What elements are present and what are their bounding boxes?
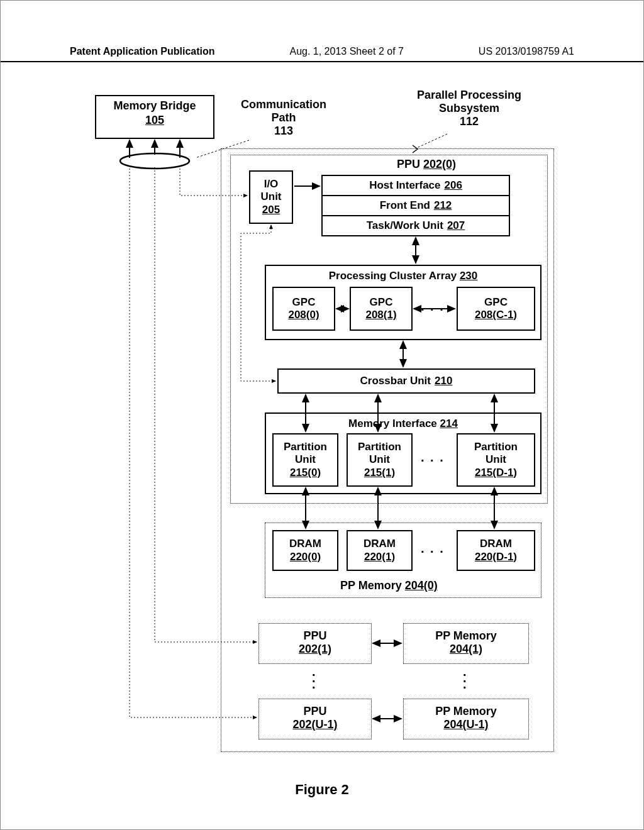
part0-t2: Unit (295, 453, 316, 466)
dram0-box: DRAM 220(0) (272, 530, 338, 571)
gpcC-ref: 208(C-1) (475, 309, 517, 321)
part0-box: Partition Unit 215(0) (272, 433, 338, 487)
ppu0-label: PPU 202(0) (397, 158, 456, 171)
dram1-box: DRAM 220(1) (347, 530, 413, 571)
gpc0-ref: 208(0) (288, 309, 319, 321)
page-header: Patent Application Publication Aug. 1, 2… (1, 46, 643, 62)
part0-ref: 215(0) (290, 467, 321, 479)
pp-mem0-label: PP Memory 204(0) (340, 579, 438, 592)
ppu1-text: PPU (303, 629, 326, 642)
svg-line-5 (416, 134, 447, 148)
comm-path-ref: 113 (274, 124, 293, 137)
front-end-box: Front End 212 (321, 195, 510, 216)
io-unit-t1: I/O (264, 178, 279, 191)
header-mid: Aug. 1, 2013 Sheet 2 of 7 (289, 46, 403, 57)
front-end-text: Front End (380, 199, 430, 212)
pp-memU-text: PP Memory (435, 705, 497, 717)
crossbar-ref: 210 (435, 375, 452, 387)
ppu1-label: PPU 202(1) (258, 629, 372, 656)
gpc1-box: GPC 208(1) (350, 287, 413, 331)
dram1-t: DRAM (364, 538, 396, 550)
crossbar-text: Crossbar Unit (360, 375, 431, 387)
pca-ref: 230 (460, 270, 477, 282)
crossbar-box: Crossbar Unit 210 (277, 368, 535, 394)
ppu-vdots: ... (312, 668, 316, 687)
dramD-ref: 220(D-1) (475, 551, 517, 563)
dramD-t: DRAM (480, 538, 512, 550)
comm-path-label: Communication Path 113 (230, 98, 337, 138)
page: Patent Application Publication Aug. 1, 2… (0, 0, 644, 830)
pp-memU-label: PP Memory 204(U-1) (403, 705, 529, 731)
part-ellipsis: · · · (421, 453, 445, 468)
part1-t2: Unit (369, 453, 390, 466)
ppu1-ref: 202(1) (299, 643, 331, 655)
front-end-ref: 212 (434, 199, 452, 212)
gpc0-t: GPC (292, 296, 316, 309)
pp-mem0-text: PP Memory (340, 579, 402, 592)
memory-bridge-label: Memory Bridge (113, 99, 196, 112)
pp-mem1-text: PP Memory (435, 629, 497, 642)
comm-path-text2: Path (271, 111, 296, 124)
dramD-box: DRAM 220(D-1) (457, 530, 535, 571)
diagram-canvas: Memory Bridge 105 Communication Path 113… (82, 95, 560, 774)
gpcC-box: GPC 208(C-1) (457, 287, 535, 331)
mem-if-title: Memory Interface 214 (348, 418, 458, 430)
partD-ref: 215(D-1) (475, 467, 517, 479)
part1-t1: Partition (358, 441, 401, 453)
mem-if-ref: 214 (440, 418, 458, 429)
mem-if-text: Memory Interface (348, 418, 437, 429)
gpc0-box: GPC 208(0) (272, 287, 335, 331)
pca-text: Processing Cluster Array (329, 270, 457, 282)
gpc1-ref: 208(1) (365, 309, 396, 321)
header-left: Patent Application Publication (70, 46, 215, 57)
host-if-text: Host Interface (369, 179, 440, 192)
partD-t2: Unit (486, 453, 506, 466)
partD-box: Partition Unit 215(D-1) (457, 433, 535, 487)
pps-label: Parallel Processing Subsystem 112 (397, 89, 541, 128)
gpc1-t: GPC (370, 296, 393, 309)
dram-ellipsis: · · · (421, 545, 445, 559)
gpcC-t: GPC (484, 296, 508, 309)
task-work-box: Task/Work Unit 207 (321, 215, 510, 236)
part0-t1: Partition (284, 441, 327, 453)
ppmem-vdots: ... (463, 668, 467, 687)
ppuU-text: PPU (303, 705, 326, 717)
svg-point-0 (120, 153, 189, 169)
partD-t1: Partition (474, 441, 518, 453)
dram1-ref: 220(1) (364, 551, 395, 563)
pp-mem1-ref: 204(1) (450, 643, 482, 655)
ppu0-ref: 202(0) (423, 158, 456, 170)
dram0-ref: 220(0) (290, 551, 321, 563)
pp-mem0-ref: 204(0) (405, 579, 438, 592)
figure-caption: Figure 2 (1, 782, 643, 798)
pp-mem1-label: PP Memory 204(1) (403, 629, 529, 656)
io-unit-box: I/O Unit 205 (249, 170, 293, 224)
part1-box: Partition Unit 215(1) (347, 433, 413, 487)
ppuU-ref: 202(U-1) (292, 718, 337, 731)
pca-title: Processing Cluster Array 230 (329, 270, 478, 282)
pp-memU-ref: 204(U-1) (443, 718, 488, 731)
host-if-ref: 206 (445, 179, 462, 192)
dram0-t: DRAM (289, 538, 321, 550)
task-work-ref: 207 (447, 219, 465, 232)
memory-bridge-box: Memory Bridge 105 (95, 95, 214, 139)
comm-path-text1: Communication (241, 98, 326, 111)
gpc-ellipsis: · · · (421, 302, 445, 317)
io-unit-t2: Unit (260, 191, 281, 203)
host-interface-box: Host Interface 206 (321, 175, 510, 196)
part1-ref: 215(1) (364, 467, 395, 479)
pps-text2: Subsystem (439, 102, 499, 114)
memory-bridge-ref: 105 (145, 114, 164, 126)
pps-text1: Parallel Processing (417, 89, 521, 101)
pps-ref: 112 (460, 115, 479, 128)
ppu0-text: PPU (397, 158, 420, 170)
header-right: US 2013/0198759 A1 (479, 46, 574, 57)
ppuU-label: PPU 202(U-1) (258, 705, 372, 731)
task-work-text: Task/Work Unit (367, 219, 443, 232)
io-unit-ref: 205 (262, 204, 280, 216)
